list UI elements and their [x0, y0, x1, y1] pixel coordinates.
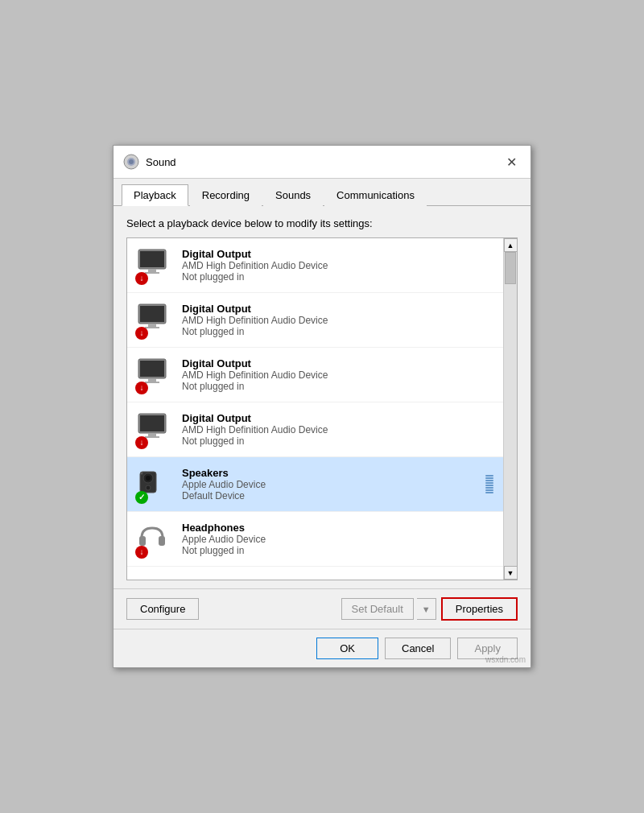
device-sub: AMD High Definition Audio Device [182, 260, 495, 271]
device-status: Not plugged in [182, 381, 495, 392]
svg-rect-24 [139, 536, 146, 546]
device-icon-wrap: ↓ [135, 520, 174, 559]
device-sub: AMD High Definition Audio Device [182, 424, 495, 435]
scroll-down-arrow[interactable]: ▼ [504, 566, 518, 580]
sound-dialog: Sound ✕ Playback Recording Sounds Commun… [113, 145, 531, 668]
dialog-title: Sound [146, 156, 176, 168]
svg-rect-10 [145, 327, 159, 328]
device-name: Digital Output [182, 248, 495, 260]
svg-rect-9 [148, 324, 156, 327]
device-list-container: ↓ Digital Output AMD High Definition Aud… [126, 237, 518, 580]
device-icon-wrap: ↓ [135, 356, 174, 394]
device-list: ↓ Digital Output AMD High Definition Aud… [127, 238, 503, 580]
configure-button[interactable]: Configure [126, 598, 199, 620]
device-name: Digital Output [182, 303, 495, 315]
svg-rect-25 [159, 536, 165, 546]
cancel-button[interactable]: Cancel [385, 638, 451, 659]
status-badge-red: ↓ [135, 327, 148, 340]
device-info: Digital Output AMD High Definition Audio… [182, 303, 495, 337]
svg-rect-17 [148, 433, 156, 436]
status-badge-red: ↓ [135, 436, 148, 449]
svg-point-2 [129, 159, 134, 164]
close-button[interactable]: ✕ [502, 152, 521, 171]
list-item[interactable]: ↓ Headphones Apple Audio Device Not plug… [127, 512, 503, 567]
svg-point-23 [141, 472, 143, 474]
watermark: wsxdn.com [485, 655, 526, 664]
tab-communications[interactable]: Communications [324, 184, 427, 206]
content-area: Select a playback device below to modify… [114, 206, 530, 588]
device-info: Headphones Apple Audio Device Not plugge… [182, 522, 495, 556]
device-info: Digital Output AMD High Definition Audio… [182, 357, 495, 392]
device-status: Not plugged in [182, 271, 495, 283]
sound-icon [123, 154, 139, 170]
device-sub: AMD High Definition Audio Device [182, 369, 495, 381]
device-status: Not plugged in [182, 545, 495, 556]
properties-button[interactable]: Properties [441, 597, 518, 621]
title-bar: Sound ✕ [114, 146, 530, 179]
svg-rect-13 [148, 378, 156, 382]
svg-rect-12 [140, 361, 164, 377]
device-icon-wrap: ↓ [135, 301, 174, 340]
device-icon-wrap: ✓ [135, 465, 174, 504]
tab-recording[interactable]: Recording [190, 184, 262, 206]
device-name: Headphones [182, 522, 495, 534]
svg-rect-8 [140, 306, 164, 322]
scroll-thumb[interactable] [505, 252, 516, 284]
list-item[interactable]: ↓ Digital Output AMD High Definition Aud… [127, 238, 503, 293]
tab-sounds[interactable]: Sounds [263, 184, 323, 206]
list-item-selected[interactable]: ✓ Speakers Apple Audio Device Default De… [127, 457, 503, 512]
scrollbar[interactable]: ▲ ▼ [503, 238, 517, 580]
device-sub: Apple Audio Device [182, 534, 495, 545]
svg-rect-16 [140, 415, 164, 431]
device-info: Digital Output AMD High Definition Audio… [182, 248, 495, 283]
description-text: Select a playback device below to modify… [126, 217, 518, 229]
svg-point-21 [146, 476, 151, 481]
set-default-button[interactable]: Set Default [341, 598, 414, 620]
device-status: Default Device [182, 490, 484, 501]
list-item[interactable]: ↓ Digital Output AMD High Definition Aud… [127, 348, 503, 402]
action-buttons: Configure Set Default ▼ Properties [114, 588, 530, 629]
status-badge-red: ↓ [135, 382, 148, 394]
svg-rect-18 [145, 436, 159, 438]
device-name: Digital Output [182, 412, 495, 424]
svg-rect-4 [140, 251, 164, 267]
scroll-up-arrow[interactable]: ▲ [504, 238, 518, 252]
selected-indicator [484, 472, 495, 497]
default-button-group: Set Default ▼ [341, 598, 436, 620]
status-badge-red: ↓ [135, 546, 148, 559]
device-status: Not plugged in [182, 435, 495, 447]
svg-rect-14 [145, 382, 159, 383]
svg-point-22 [146, 485, 151, 490]
ok-button[interactable]: OK [316, 638, 378, 659]
status-badge-red: ↓ [135, 272, 148, 285]
set-default-dropdown[interactable]: ▼ [417, 598, 436, 620]
list-item[interactable]: ↓ Digital Output AMD High Definition Aud… [127, 293, 503, 348]
device-sub: AMD High Definition Audio Device [182, 315, 495, 326]
tabs-container: Playback Recording Sounds Communications [114, 179, 530, 206]
svg-rect-6 [145, 272, 159, 274]
device-name: Digital Output [182, 357, 495, 369]
device-icon-wrap: ↓ [135, 246, 174, 285]
scroll-track [504, 252, 517, 566]
device-info: Speakers Apple Audio Device Default Devi… [182, 467, 484, 501]
tab-playback[interactable]: Playback [122, 184, 188, 206]
svg-rect-5 [148, 269, 156, 272]
device-sub: Apple Audio Device [182, 479, 484, 490]
device-info: Digital Output AMD High Definition Audio… [182, 412, 495, 447]
device-icon-wrap: ↓ [135, 411, 174, 449]
device-name: Speakers [182, 467, 484, 479]
list-item[interactable]: ↓ Digital Output AMD High Definition Aud… [127, 402, 503, 457]
status-badge-green: ✓ [135, 491, 148, 504]
dialog-footer: OK Cancel Apply [114, 629, 530, 667]
device-status: Not plugged in [182, 326, 495, 337]
